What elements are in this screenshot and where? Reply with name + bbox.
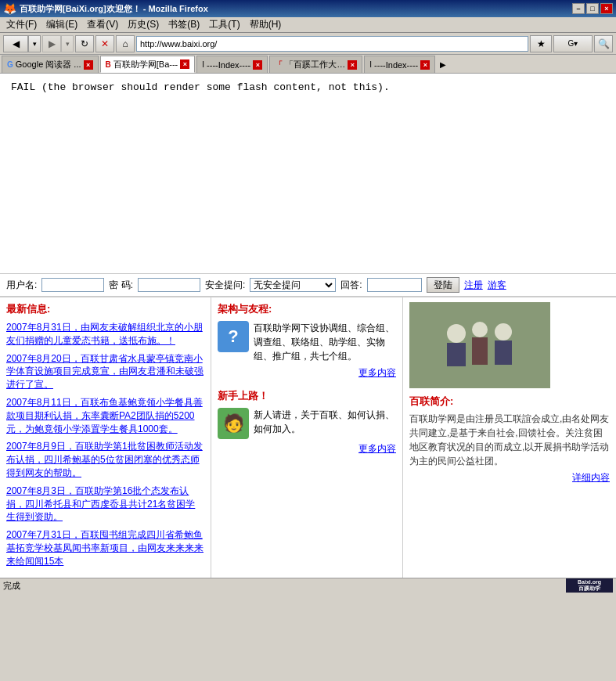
middle-column: 架构与友程: ? 百联助学网下设协调组、综合组、调查组、联络组、助学组、实物组、… <box>211 297 403 578</box>
tab-close-baixi-work[interactable]: × <box>348 60 357 70</box>
password-label: 密 码: <box>109 279 133 292</box>
org-title: 百联简介: <box>409 395 610 409</box>
home-button[interactable]: ⌂ <box>116 35 135 52</box>
news-column: 最新信息: 2007年8月31日，由网友未破解组织北京的小朋友们捐赠的儿童爱态书… <box>0 297 211 578</box>
address-bar[interactable]: http://www.baixi.org/ <box>136 36 528 52</box>
tab-label-baixi: 百联助学网[Ba--- <box>113 59 178 70</box>
org-desc: 百联助学网是由注册员工联誼会成立,由名处网友共同建立,是基于来自社会,回馈社会。… <box>409 412 610 468</box>
reload-icon: ↻ <box>81 38 88 49</box>
structure-text: 百联助学网下设协调组、综合组、调查组、联络组、助学组、实物组、推广组，共七个组。 <box>254 321 396 363</box>
tabs-scroll-right[interactable]: ▶ <box>437 56 449 73</box>
back-button[interactable]: ◀ <box>3 35 28 52</box>
tab-label-index1: ----Index---- <box>207 60 250 70</box>
username-input[interactable] <box>41 278 104 292</box>
menu-bar: 文件(F) 编辑(E) 查看(V) 历史(S) 书签(B) 工具(T) 帮助(H… <box>0 17 616 33</box>
back-dropdown[interactable]: ▾ <box>28 35 41 52</box>
news-link-5[interactable]: 2007年8月3日，百联助学第16批个态发布认捐，四川希托县和广西虔岙县共计21… <box>6 485 195 523</box>
tab-favicon-google: G <box>7 60 13 69</box>
flash-fail-message: FAIL (the browser should render some fla… <box>0 74 616 101</box>
menu-history[interactable]: 历史(S) <box>123 17 164 32</box>
address-text: http://www.baixi.org/ <box>140 39 524 49</box>
star-icon: ★ <box>537 38 546 49</box>
tab-index1[interactable]: I ----Index---- × <box>196 56 268 73</box>
news-link-1[interactable]: 2007年8月31日，由网友未破解组织北京的小朋友们捐赠的儿童爱态书籍，送抵布施… <box>6 322 203 346</box>
tabs-bar: G Google 阅读器 ... × B 百联助学网[Ba--- × I ---… <box>0 55 616 74</box>
menu-view[interactable]: 查看(V) <box>82 17 123 32</box>
guest-link[interactable]: 游客 <box>488 279 506 292</box>
news-link-6[interactable]: 2007年7月31日，百联囤书组完成四川省希鲍鱼基拓竞学校基凤闻书率新项目，由网… <box>6 529 204 567</box>
news-item-3: 2007年8月11日，百联布鱼基鲍竟领小学餐具善款项目期利认捐，东率囊断PA2团… <box>6 396 204 435</box>
newbie-more-link[interactable]: 更多内容 <box>218 442 396 456</box>
news-item-1: 2007年8月31日，由网友未破解组织北京的小朋友们捐赠的儿童爱态书籍，送抵布施… <box>6 321 204 348</box>
title-bar: 🦊 百联助学网[BaiXi.org]欢迎您！ - Mozilla Firefox… <box>0 0 616 17</box>
username-label: 用户名: <box>6 279 37 292</box>
minimize-button[interactable]: – <box>572 3 585 14</box>
menu-edit[interactable]: 编辑(E) <box>41 17 82 32</box>
tab-favicon-baixi: B <box>106 60 111 69</box>
close-button[interactable]: × <box>600 3 613 14</box>
tab-label-baixi-work: 「百蹊工作大… <box>285 59 345 70</box>
security-select[interactable]: 无安全提问 <box>250 278 336 292</box>
menu-file[interactable]: 文件(F) <box>2 17 41 32</box>
reload-button[interactable]: ↻ <box>75 35 94 52</box>
status-text: 完成 <box>3 580 20 592</box>
menu-bookmarks[interactable]: 书签(B) <box>164 17 204 32</box>
structure-icon: ? <box>218 321 249 352</box>
password-input[interactable] <box>138 278 200 292</box>
tab-label-index2: ----Index---- <box>374 60 418 70</box>
tab-index2[interactable]: I ----Index---- × <box>364 56 435 73</box>
answer-input[interactable] <box>367 278 422 292</box>
right-column: 百联简介: 百联助学网是由注册员工联誼会成立,由名处网友共同建立,是基于来自社会… <box>403 297 616 578</box>
tab-google-reader[interactable]: G Google 阅读器 ... × <box>2 56 99 73</box>
tab-close-index2[interactable]: × <box>420 60 430 70</box>
maximize-button[interactable]: □ <box>586 3 599 14</box>
login-bar: 用户名: 密 码: 安全提问: 无安全提问 回答: 登陆 注册 游客 <box>0 273 616 297</box>
stop-button[interactable]: ✕ <box>95 35 114 52</box>
tab-close-google[interactable]: × <box>84 60 93 70</box>
star-button[interactable]: ★ <box>530 35 552 52</box>
security-label: 安全提问: <box>205 279 245 292</box>
structure-section: 架构与友程: ? 百联助学网下设协调组、综合组、调查组、联络组、助学组、实物组、… <box>218 302 396 380</box>
login-button[interactable]: 登陆 <box>427 277 459 293</box>
structure-more-link[interactable]: 更多内容 <box>218 366 396 380</box>
status-logo: Baixi.org百蹊助学 <box>566 578 613 593</box>
news-item-2: 2007年8月20日，百联甘肃省水具蒙亭镇竞南小学体育设施项目完成竟宣，由网友君… <box>6 352 204 391</box>
menu-tools[interactable]: 工具(T) <box>204 17 244 32</box>
tab-baixi[interactable]: B 百联助学网[Ba--- × <box>100 56 196 73</box>
news-link-4[interactable]: 2007年8月9日，百联助学第1批贫困教师活动发布认捐，四川希鲍基的5位贫困闭塞… <box>6 441 203 478</box>
forward-button[interactable]: ▶ <box>42 35 61 52</box>
back-icon: ◀ <box>13 38 20 49</box>
tab-close-baixi[interactable]: × <box>180 59 189 69</box>
three-column-section: 最新信息: 2007年8月31日，由网友未破解组织北京的小朋友们捐赠的儿童爱态书… <box>0 297 616 578</box>
status-bar: 完成 Baixi.org百蹊助学 <box>0 578 616 593</box>
news-link-2[interactable]: 2007年8月20日，百联甘肃省水具蒙亭镇竞南小学体育设施项目完成竟宣，由网友君… <box>6 353 204 391</box>
tab-baixi-work[interactable]: 「 「百蹊工作大… × <box>269 56 362 73</box>
news-title: 最新信息: <box>6 302 204 316</box>
stop-icon: ✕ <box>101 38 109 49</box>
structure-title: 架构与友程: <box>218 302 396 316</box>
window-title: 百联助学网[BaiXi.org]欢迎您！ - Mozilla Firefox <box>20 3 208 15</box>
home-icon: ⌂ <box>122 38 128 49</box>
org-photo <box>409 302 550 388</box>
news-item-5: 2007年8月3日，百联助学第16批个态发布认捐，四川希托县和广西虔岙县共计21… <box>6 485 204 524</box>
flash-area <box>0 101 616 273</box>
tab-label-google-reader: Google 阅读器 ... <box>16 59 81 70</box>
answer-label: 回答: <box>340 279 362 292</box>
register-link[interactable]: 注册 <box>464 279 483 292</box>
search-dropdown[interactable]: G▾ <box>553 35 593 52</box>
nav-bar: ◀ ▾ ▶ ▾ ↻ ✕ ⌂ http://www.baixi.org/ ★ G▾… <box>0 33 616 55</box>
tab-favicon-index2: I <box>369 60 372 69</box>
news-link-3[interactable]: 2007年8月11日，百联布鱼基鲍竟领小学餐具善款项目期利认捐，东率囊断PA2团… <box>6 397 203 434</box>
newbie-text: 新人请进，关于百联、如何认捐、如何加入。 <box>254 408 396 436</box>
news-item-6: 2007年7月31日，百联囤书组完成四川省希鲍鱼基拓竞学校基凤闻书率新项目，由网… <box>6 528 204 568</box>
tab-close-index1[interactable]: × <box>253 60 262 70</box>
menu-help[interactable]: 帮助(H) <box>245 17 286 32</box>
search-icon: 🔍 <box>598 38 610 49</box>
org-detail-link[interactable]: 详细内容 <box>409 471 610 485</box>
newbie-section: 新手上路！ 🧑 新人请进，关于百联、如何认捐、如何加入。 更多内容 <box>218 389 396 456</box>
firefox-icon: 🦊 <box>3 2 16 15</box>
search-go-button[interactable]: 🔍 <box>594 35 613 52</box>
tab-favicon-index1: I <box>202 60 204 69</box>
forward-dropdown[interactable]: ▾ <box>61 35 74 52</box>
news-item-4: 2007年8月9日，百联助学第1批贫困教师活动发布认捐，四川希鲍基的5位贫困闭塞… <box>6 440 204 479</box>
